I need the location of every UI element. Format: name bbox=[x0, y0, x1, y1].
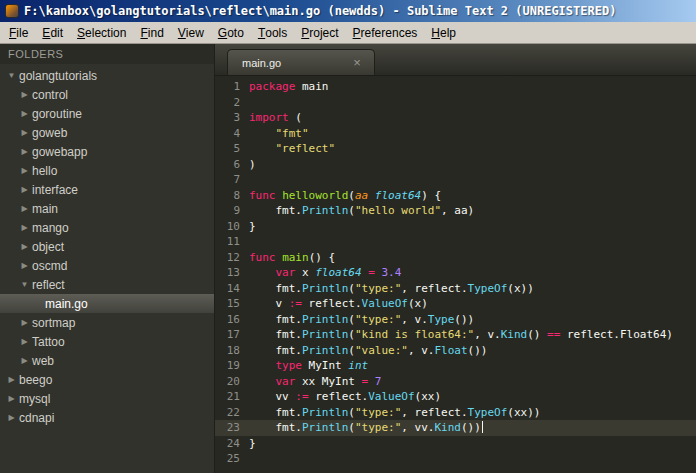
code-line[interactable]: 11 bbox=[215, 234, 696, 250]
code-line[interactable]: 1package main bbox=[215, 79, 696, 95]
code-line[interactable]: 18 fmt.Println("value:", v.Float()) bbox=[215, 343, 696, 359]
code-line[interactable]: 9 fmt.Println("hello world", aa) bbox=[215, 203, 696, 219]
tree-item-label: sortmap bbox=[31, 316, 75, 330]
tree-row-web[interactable]: ▶web bbox=[0, 351, 214, 370]
code-text: fmt.Println("type:", v.Type()) bbox=[249, 312, 696, 328]
code-line[interactable]: 21 vv := reflect.ValueOf(xx) bbox=[215, 389, 696, 405]
code-line[interactable]: 14 fmt.Println("type:", reflect.TypeOf(x… bbox=[215, 281, 696, 297]
tree-row-reflect[interactable]: ▼reflect bbox=[0, 275, 214, 294]
code-text: "fmt" bbox=[249, 126, 696, 142]
tree-row-oscmd[interactable]: ▶oscmd bbox=[0, 256, 214, 275]
expand-arrow-icon[interactable]: ▶ bbox=[18, 199, 31, 218]
line-number: 3 bbox=[215, 110, 249, 126]
tree-row-golangtutorials[interactable]: ▼golangtutorials bbox=[0, 66, 214, 85]
expand-arrow-icon[interactable]: ▶ bbox=[18, 123, 31, 142]
expand-arrow-icon[interactable]: ▶ bbox=[18, 104, 31, 123]
code-text: func main() { bbox=[249, 250, 696, 266]
code-text: "reflect" bbox=[249, 141, 696, 157]
expand-arrow-icon[interactable]: ▶ bbox=[18, 332, 31, 351]
tree-row-cdnapi[interactable]: ▶cdnapi bbox=[0, 408, 214, 427]
code-line[interactable]: 24} bbox=[215, 436, 696, 452]
tree-item-label: object bbox=[31, 240, 64, 254]
code-line[interactable]: 16 fmt.Println("type:", v.Type()) bbox=[215, 312, 696, 328]
code-line[interactable]: 7 bbox=[215, 172, 696, 188]
code-text: fmt.Println("value:", v.Float()) bbox=[249, 343, 696, 359]
expand-arrow-icon[interactable]: ▶ bbox=[18, 351, 31, 370]
menu-item-view[interactable]: View bbox=[171, 22, 211, 43]
line-number: 19 bbox=[215, 358, 249, 374]
menu-item-edit[interactable]: Edit bbox=[35, 22, 70, 43]
code-line[interactable]: 13 var x float64 = 3.4 bbox=[215, 265, 696, 281]
code-line[interactable]: 2 bbox=[215, 95, 696, 111]
code-text: } bbox=[249, 436, 696, 452]
expand-arrow-icon[interactable]: ▶ bbox=[5, 389, 18, 408]
line-number: 20 bbox=[215, 374, 249, 390]
tree-row-tattoo[interactable]: ▶Tattoo bbox=[0, 332, 214, 351]
code-line[interactable]: 19 type MyInt int bbox=[215, 358, 696, 374]
code-line[interactable]: 22 fmt.Println("type:", reflect.TypeOf(x… bbox=[215, 405, 696, 421]
collapse-arrow-icon[interactable]: ▼ bbox=[18, 275, 31, 294]
code-text: fmt.Println("type:", reflect.TypeOf(xx)) bbox=[249, 405, 696, 421]
code-line[interactable]: 12func main() { bbox=[215, 250, 696, 266]
tree-row-main-go[interactable]: main.go bbox=[0, 294, 214, 313]
tab-main-go[interactable]: main.go × bbox=[227, 49, 375, 75]
expand-arrow-icon[interactable]: ▶ bbox=[18, 142, 31, 161]
code-text: func helloworld(aa float64) { bbox=[249, 188, 696, 204]
code-line[interactable]: 15 v := reflect.ValueOf(x) bbox=[215, 296, 696, 312]
line-number: 22 bbox=[215, 405, 249, 421]
tree-row-gowebapp[interactable]: ▶gowebapp bbox=[0, 142, 214, 161]
expand-arrow-icon[interactable]: ▶ bbox=[18, 256, 31, 275]
menu-bar: FileEditSelectionFindViewGotoToolsProjec… bbox=[0, 22, 696, 44]
expand-arrow-icon[interactable]: ▶ bbox=[18, 237, 31, 256]
tree-row-mysql[interactable]: ▶mysql bbox=[0, 389, 214, 408]
expand-arrow-icon[interactable]: ▶ bbox=[18, 180, 31, 199]
expand-arrow-icon[interactable]: ▶ bbox=[18, 313, 31, 332]
collapse-arrow-icon[interactable]: ▼ bbox=[5, 66, 18, 85]
tree-row-object[interactable]: ▶object bbox=[0, 237, 214, 256]
tree-row-control[interactable]: ▶control bbox=[0, 85, 214, 104]
tree-item-label: mysql bbox=[18, 392, 50, 406]
main-layout: FOLDERS ▼golangtutorials▶control▶gorouti… bbox=[0, 44, 696, 473]
tree-row-beego[interactable]: ▶beego bbox=[0, 370, 214, 389]
line-number: 10 bbox=[215, 219, 249, 235]
expand-arrow-icon[interactable]: ▶ bbox=[5, 408, 18, 427]
menu-item-file[interactable]: File bbox=[2, 22, 35, 43]
tree-row-goweb[interactable]: ▶goweb bbox=[0, 123, 214, 142]
code-editor[interactable]: 1package main23import (4 "fmt"5 "reflect… bbox=[215, 76, 696, 473]
code-line[interactable]: 17 fmt.Println("kind is float64:", v.Kin… bbox=[215, 327, 696, 343]
menu-item-goto[interactable]: Goto bbox=[211, 22, 251, 43]
menu-item-tools[interactable]: Tools bbox=[251, 22, 294, 43]
tree-row-goroutine[interactable]: ▶goroutine bbox=[0, 104, 214, 123]
menu-item-selection[interactable]: Selection bbox=[70, 22, 133, 43]
line-number: 7 bbox=[215, 172, 249, 188]
expand-arrow-icon[interactable]: ▶ bbox=[18, 85, 31, 104]
code-line[interactable]: 20 var xx MyInt = 7 bbox=[215, 374, 696, 390]
expand-arrow-icon[interactable]: ▶ bbox=[18, 218, 31, 237]
menu-item-preferences[interactable]: Preferences bbox=[346, 22, 425, 43]
line-number: 16 bbox=[215, 312, 249, 328]
expand-arrow-icon[interactable]: ▶ bbox=[18, 161, 31, 180]
tree-row-mango[interactable]: ▶mango bbox=[0, 218, 214, 237]
tree-row-hello[interactable]: ▶hello bbox=[0, 161, 214, 180]
code-line[interactable]: 4 "fmt" bbox=[215, 126, 696, 142]
menu-item-project[interactable]: Project bbox=[294, 22, 345, 43]
code-line[interactable]: 5 "reflect" bbox=[215, 141, 696, 157]
tree-row-sortmap[interactable]: ▶sortmap bbox=[0, 313, 214, 332]
code-text: var xx MyInt = 7 bbox=[249, 374, 696, 390]
code-line[interactable]: 3import ( bbox=[215, 110, 696, 126]
tab-close-icon[interactable]: × bbox=[350, 56, 364, 69]
code-line[interactable]: 23 fmt.Println("type:", vv.Kind()) bbox=[215, 420, 696, 436]
tab-label: main.go bbox=[242, 57, 281, 69]
tree-row-interface[interactable]: ▶interface bbox=[0, 180, 214, 199]
code-line[interactable]: 8func helloworld(aa float64) { bbox=[215, 188, 696, 204]
menu-item-help[interactable]: Help bbox=[424, 22, 463, 43]
tree-row-main[interactable]: ▶main bbox=[0, 199, 214, 218]
tree-item-label: main bbox=[31, 202, 58, 216]
sidebar: FOLDERS ▼golangtutorials▶control▶gorouti… bbox=[0, 44, 215, 473]
expand-arrow-icon[interactable]: ▶ bbox=[5, 370, 18, 389]
code-line[interactable]: 10} bbox=[215, 219, 696, 235]
code-line[interactable]: 6) bbox=[215, 157, 696, 173]
code-line[interactable]: 25 bbox=[215, 451, 696, 467]
title-bar[interactable]: F:\kanbox\golangtutorials\reflect\main.g… bbox=[0, 0, 696, 22]
menu-item-find[interactable]: Find bbox=[133, 22, 170, 43]
